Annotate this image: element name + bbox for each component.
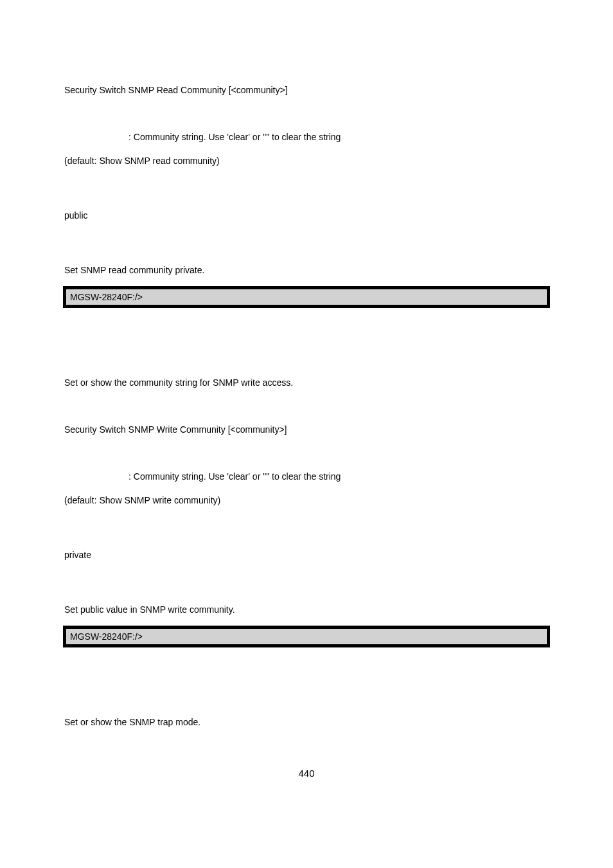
read-example-intro: Set SNMP read community private. [64,264,549,277]
write-syntax: Security Switch SNMP Write Community [<c… [64,423,549,437]
terminal-box-read: MGSW-28240F:/> [64,287,549,307]
write-default-note: (default: Show SNMP write community) [64,494,549,507]
document-page: Security Switch SNMP Read Community [<co… [0,0,613,817]
write-description: Set or show the community string for SNM… [64,376,549,390]
trap-description: Set or show the SNMP trap mode. [64,716,549,729]
read-param-desc: : Community string. Use 'clear' or "" to… [64,131,549,144]
write-default-value: private [64,548,549,562]
terminal-prompt: MGSW-28240F:/> [70,631,143,642]
terminal-prompt: MGSW-28240F:/> [70,292,143,302]
page-number: 440 [64,768,549,779]
read-default-note: (default: Show SNMP read community) [64,154,549,168]
write-example-intro: Set public value in SNMP write community… [64,603,549,617]
write-param-desc: : Community string. Use 'clear' or "" to… [64,470,549,484]
read-syntax: Security Switch SNMP Read Community [<co… [64,84,549,97]
read-default-value: public [64,209,549,222]
terminal-box-write: MGSW-28240F:/> [64,627,549,646]
